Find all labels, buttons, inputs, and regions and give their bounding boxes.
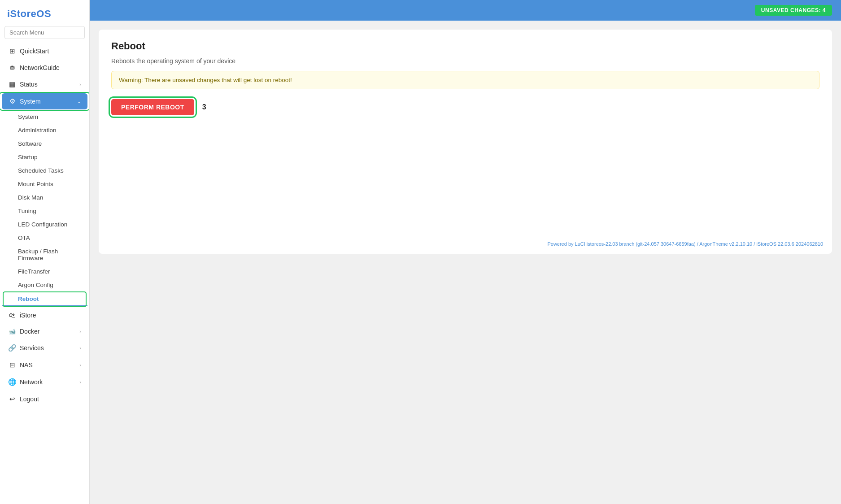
sidebar-item-label: Services [20,344,76,352]
unsaved-changes-badge[interactable]: UNSAVED CHANGES: 4 [755,5,832,16]
submenu-item-filetransfer[interactable]: FileTransfer [2,265,87,278]
app-logo: iStoreOS [0,0,89,26]
sidebar-item-network[interactable]: 🌐 Network › [2,374,87,390]
status-icon: ▦ [8,80,16,88]
submenu-item-administration[interactable]: Administration [2,124,87,137]
sidebar-item-label: NAS [20,361,76,369]
sidebar-item-label: Network [20,378,76,386]
sidebar-item-istore[interactable]: 🛍 iStore [2,307,87,323]
sidebar-item-label: System [20,98,74,105]
main-area: UNSAVED CHANGES: 4 Reboot Reboots the op… [90,0,841,504]
annotation-3: 3 [202,103,206,111]
page-title: Reboot [111,40,819,52]
content-area: Reboot Reboots the operating system of y… [90,21,841,504]
sidebar-item-label: Docker [20,328,76,335]
perform-reboot-button[interactable]: PERFORM REBOOT [111,99,194,115]
sidebar-item-nas[interactable]: ⊟ NAS › [2,357,87,373]
submenu-item-software[interactable]: Software [2,137,87,150]
submenu-item-argon-config[interactable]: Argon Config [2,278,87,291]
chevron-right-icon: › [79,379,81,385]
chevron-down-icon: ⌄ [77,99,81,104]
istore-icon: 🛍 [8,311,16,319]
quickstart-icon: ⊞ [8,47,16,55]
logout-icon: ↩ [8,395,16,403]
sidebar-item-status[interactable]: ▦ Status › [2,76,87,92]
sidebar-item-networkguide[interactable]: ⛃ NetworkGuide [2,60,87,75]
warning-banner: Warning: There are unsaved changes that … [111,71,819,89]
topbar: UNSAVED CHANGES: 4 [90,0,841,21]
sidebar: iStoreOS ⊞ QuickStart ⛃ NetworkGuide ▦ S… [0,0,90,504]
services-icon: 🔗 [8,344,16,352]
sidebar-item-system[interactable]: ⚙ System ⌄ [2,93,87,109]
chevron-right-icon: › [79,329,81,334]
networkguide-icon: ⛃ [8,65,16,71]
sidebar-item-services[interactable]: 🔗 Services › [2,340,87,356]
submenu-item-reboot[interactable]: Reboot [2,292,87,306]
submenu-item-scheduled-tasks[interactable]: Scheduled Tasks [2,164,87,177]
submenu-item-ota[interactable]: OTA [2,231,87,244]
submenu-item-led-configuration[interactable]: LED Configuration [2,218,87,231]
network-icon: 🌐 [8,378,16,386]
sidebar-item-label: Logout [20,395,81,403]
chevron-right-icon: › [79,82,81,87]
sidebar-item-quickstart[interactable]: ⊞ QuickStart [2,43,87,59]
search-input[interactable] [4,26,85,39]
page-description: Reboots the operating system of your dev… [111,57,819,65]
submenu-item-backup-flash[interactable]: Backup / Flash Firmware [2,245,87,265]
submenu-item-mount-points[interactable]: Mount Points [2,178,87,191]
footer-text: Powered by LuCI istoreos-22.03 branch (g… [547,241,823,247]
docker-icon: 🐋 [8,328,16,335]
sidebar-item-label: NetworkGuide [20,64,81,71]
sidebar-item-label: Status [20,81,76,88]
sidebar-item-label: QuickStart [20,48,81,55]
sidebar-item-label: iStore [20,312,81,319]
submenu-item-disk-man[interactable]: Disk Man [2,191,87,204]
page-card: Reboot Reboots the operating system of y… [99,30,832,254]
sidebar-item-logout[interactable]: ↩ Logout [2,391,87,407]
system-submenu: System Administration Software Startup S… [0,110,89,307]
submenu-item-system[interactable]: System [2,110,87,123]
submenu-item-tuning[interactable]: Tuning [2,204,87,217]
nas-icon: ⊟ [8,361,16,369]
system-icon: ⚙ [8,97,16,105]
submenu-item-startup[interactable]: Startup [2,151,87,164]
chevron-right-icon: › [79,345,81,351]
chevron-right-icon: › [79,362,81,368]
sidebar-item-docker[interactable]: 🐋 Docker › [2,324,87,339]
